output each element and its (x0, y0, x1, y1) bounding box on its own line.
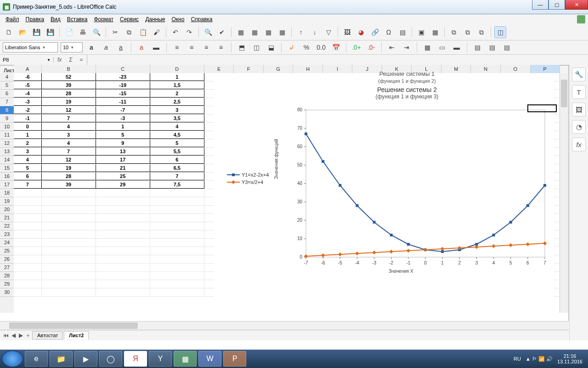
align-left-button[interactable]: ≡ (171, 41, 183, 53)
print-preview-button[interactable]: 🔍 (90, 26, 102, 38)
minimize-button[interactable]: — (532, 0, 548, 10)
percent-button[interactable]: % (300, 41, 312, 53)
app-icon: ▦ (3, 3, 10, 11)
sort-asc-button[interactable]: ↑ (295, 26, 307, 38)
format-paint-button[interactable]: 🖌 (151, 26, 163, 38)
saveas-button[interactable]: 💾 (44, 26, 56, 38)
split-button[interactable]: ▦ (276, 26, 288, 38)
window-button[interactable]: ⧉ (448, 26, 460, 38)
formula-bar: P8▼ fx Σ = (0, 55, 588, 65)
chart-button[interactable]: ◕ (355, 26, 367, 38)
special-char-button[interactable]: Ω (383, 26, 395, 38)
align-justify-button[interactable]: ≡ (215, 41, 227, 53)
wrap-button[interactable]: ↲ (286, 41, 298, 53)
close-button[interactable]: ✕ (565, 0, 588, 10)
find-button[interactable]: 🔍 (202, 26, 214, 38)
paste-button[interactable]: 📋 (137, 26, 149, 38)
redo-button[interactable]: ↷ (183, 26, 195, 38)
valign-middle-button[interactable]: ◫ (250, 41, 262, 53)
menu-file[interactable]: Файл (3, 15, 22, 23)
format-toolbar: Liberation Sans▼ 10▼ a a a a ▬ ≡ ≡ ≡ ≡ ⬒… (0, 40, 588, 55)
update-icon[interactable] (577, 15, 585, 23)
header-button[interactable]: ▤ (396, 26, 408, 38)
menu-edit[interactable]: Правка (23, 15, 47, 23)
tile-button[interactable]: ⧉ (475, 26, 487, 38)
menu-insert[interactable]: Вставка (64, 15, 90, 23)
italic-button[interactable]: a (100, 41, 112, 53)
merge-button[interactable]: ▦ (262, 26, 274, 38)
window-title: Пример-Занятие_5.ods - LibreOffice Calc (13, 4, 116, 10)
maximize-button[interactable]: ▢ (548, 0, 565, 10)
formula-input[interactable] (87, 55, 588, 65)
menu-data[interactable]: Данные (142, 15, 168, 23)
cond-format1-button[interactable]: ▤ (471, 41, 483, 53)
menu-bar: Файл Правка Вид Вставка Формат Сервис Да… (0, 14, 588, 24)
cond-format3-button[interactable]: ▤ (501, 41, 513, 53)
menu-tools[interactable]: Сервис (117, 15, 141, 23)
font-name-combo[interactable]: Liberation Sans▼ (3, 42, 58, 52)
function-wizard-button[interactable]: fx (54, 57, 65, 63)
freeze-button[interactable]: ▣ (415, 26, 427, 38)
col-button[interactable]: ▦ (249, 26, 260, 38)
link-button[interactable]: 🔗 (369, 26, 381, 38)
menu-format[interactable]: Формат (91, 15, 116, 23)
vertical-scrollbar[interactable] (560, 73, 568, 75)
spellcheck-button[interactable]: ✔ (216, 26, 228, 38)
number-button[interactable]: 0.0 (315, 41, 327, 53)
sidebar-toggle-button[interactable]: ◫ (494, 26, 506, 38)
row-button[interactable]: ▦ (235, 26, 247, 38)
image-button[interactable]: 🖼 (341, 26, 353, 38)
valign-top-button[interactable]: ⬒ (236, 41, 248, 53)
autofilter-button[interactable]: ▽ (322, 26, 334, 38)
spreadsheet-area: ABCDEFGHIJKLMNOP 45678910111213141516171… (0, 65, 569, 75)
borders-button[interactable]: ▦ (421, 41, 433, 53)
dec-indent-button[interactable]: ⇤ (386, 41, 398, 53)
cond-format2-button[interactable]: ▤ (486, 41, 498, 53)
sort-desc-button[interactable]: ↓ (309, 26, 321, 38)
properties-panel-button[interactable]: 🔧 (572, 68, 586, 75)
row-headers[interactable]: 4567891011121314151617181920212223242526… (0, 73, 14, 75)
new-button[interactable]: 🗋 (3, 26, 15, 38)
cut-button[interactable]: ✂ (109, 26, 121, 38)
window-titlebar: ▦ Пример-Занятие_5.ods - LibreOffice Cal… (0, 0, 588, 14)
name-box[interactable]: P8▼ (0, 57, 54, 63)
export-pdf-button[interactable]: 📄 (63, 26, 75, 38)
equals-button[interactable]: = (76, 57, 87, 63)
chart-object[interactable]: Решение системы 1 (функция 1 и функция 2… (214, 73, 554, 75)
border-color-button[interactable]: ▬ (451, 41, 463, 53)
date-button[interactable]: 📅 (330, 41, 342, 53)
copy-button[interactable]: ⧉ (123, 26, 135, 38)
inc-decimal-button[interactable]: .0+ (351, 41, 362, 53)
main-toolbar: 🗋 📂 💾 💾 📄 🖶 🔍 ✂ ⧉ 📋 🖌 ↶ ↷ 🔍 ✔ ▦ ▦ ▦ ▦ ↑ … (0, 24, 588, 40)
font-color-button[interactable]: a (136, 41, 147, 53)
cell-grid[interactable]: -652-231-539-191,5-428-152-319-112,5-212… (14, 73, 560, 75)
grid-button[interactable]: ▦ (429, 26, 441, 38)
side-panel: 🔧 T 🖼 ◔ fx (569, 65, 588, 75)
align-center-button[interactable]: ≡ (186, 41, 198, 53)
highlight-button[interactable]: ▬ (150, 41, 162, 53)
inc-indent-button[interactable]: ⇥ (401, 41, 413, 53)
menu-help[interactable]: Справка (188, 15, 215, 23)
border-style-button[interactable]: ▭ (436, 41, 448, 53)
open-button[interactable]: 📂 (17, 26, 28, 38)
chart-title-prev: Решение системы 1 (функция 1 и функция 2… (283, 70, 531, 75)
menu-view[interactable]: Вид (48, 15, 63, 23)
cascade-button[interactable]: ⧉ (462, 26, 474, 38)
dec-decimal-button[interactable]: .0- (365, 41, 377, 53)
undo-button[interactable]: ↶ (170, 26, 181, 38)
sum-button[interactable]: Σ (65, 57, 76, 63)
menu-window[interactable]: Окно (169, 15, 187, 23)
bold-button[interactable]: a (85, 41, 97, 53)
align-right-button[interactable]: ≡ (200, 41, 212, 53)
save-button[interactable]: 💾 (30, 26, 42, 38)
valign-bottom-button[interactable]: ⬓ (265, 41, 277, 53)
underline-button[interactable]: a (115, 41, 127, 53)
font-size-combo[interactable]: 10▼ (61, 42, 83, 52)
print-button[interactable]: 🖶 (77, 26, 89, 38)
